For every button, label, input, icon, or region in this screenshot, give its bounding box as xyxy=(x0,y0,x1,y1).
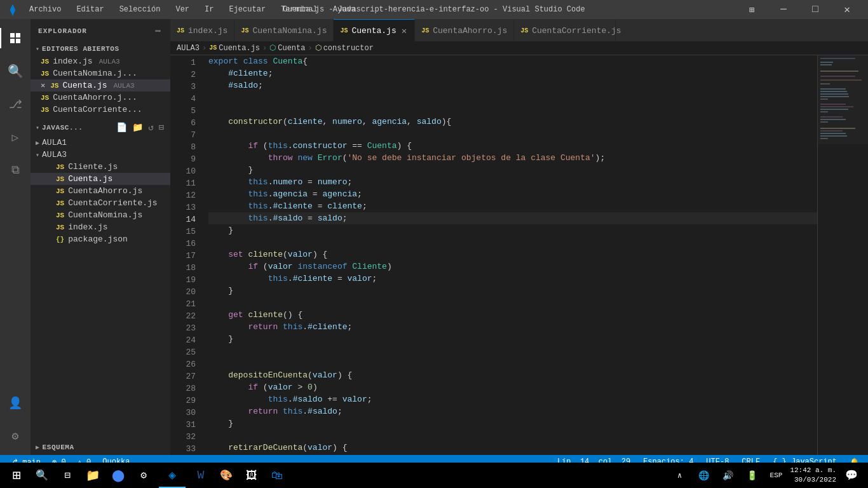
open-editor-cuenta-js[interactable]: ✕ JS Cuenta.js AULA3 xyxy=(31,79,170,92)
collapse-ws-button[interactable]: ⊟ xyxy=(158,121,165,134)
sidebar-file-index-js[interactable]: JS index.js xyxy=(31,221,170,233)
titlebar: ⧫ Archivo Editar Selección Ver Ir Ejecut… xyxy=(0,0,868,19)
js-file-icon: JS xyxy=(56,212,64,219)
code-line-14: this.#saldo = saldo; xyxy=(208,212,817,224)
tab-index-js[interactable]: JS index.js xyxy=(170,19,234,41)
word-taskbar[interactable]: W xyxy=(191,465,211,485)
breadcrumb-sep2: › xyxy=(262,44,267,53)
aula1-folder[interactable]: ▶ AULA1 xyxy=(31,137,170,149)
sidebar-file-cuentacorriente-js[interactable]: JS CuentaCorriente.js xyxy=(31,197,170,209)
code-line-32 xyxy=(208,430,817,442)
code-line-28: if (valor > 0) xyxy=(208,381,817,393)
new-folder-ws-button[interactable]: 📁 xyxy=(131,121,144,134)
file-explorer-taskbar[interactable]: 📁 xyxy=(83,465,103,485)
breadcrumb-sep: › xyxy=(202,44,207,53)
file-tag: AULA3 xyxy=(99,58,120,65)
new-file-button[interactable]: ⋯ xyxy=(154,24,163,37)
sidebar-file-package-json[interactable]: {} package.json xyxy=(31,233,170,245)
code-lines[interactable]: export class Cuenta{ #cliente; #saldo; c… xyxy=(202,55,817,455)
menu-ir[interactable]: Ir xyxy=(200,3,219,17)
code-line-21 xyxy=(208,297,817,309)
search-icon[interactable]: 🔍 xyxy=(0,56,31,86)
menu-seleccion[interactable]: Selección xyxy=(114,3,166,17)
start-button[interactable]: ⊞ xyxy=(6,465,27,485)
paint-taskbar[interactable]: 🎨 xyxy=(216,465,236,485)
code-line-27: depositoEnCuenta(valor) { xyxy=(208,369,817,381)
close-modified-icon[interactable]: ✕ xyxy=(41,81,45,90)
open-editor-cuentacorriente-js[interactable]: JS CuentaCorriente... xyxy=(31,104,170,116)
svg-rect-2 xyxy=(16,33,20,37)
maximize-button[interactable]: □ xyxy=(801,0,830,19)
search-taskbar-button[interactable]: 🔍 xyxy=(32,465,52,485)
code-line-11: this.numero = numero; xyxy=(208,176,817,188)
menu-ver[interactable]: Ver xyxy=(170,3,194,17)
open-editors-header[interactable]: ▾ EDITORES ABIERTOS xyxy=(31,43,170,55)
language-taskbar[interactable]: ESP xyxy=(768,471,785,479)
open-editor-cuentaahorro-js[interactable]: JS CuentaAhorro.j... xyxy=(31,92,170,104)
tab-js-icon: JS xyxy=(340,27,348,34)
line-num-30: 30 xyxy=(170,407,196,419)
tab-close-button[interactable]: ✕ xyxy=(400,24,408,37)
code-line-25 xyxy=(208,345,817,357)
breadcrumb-class[interactable]: ⬡ Cuenta xyxy=(269,43,305,53)
layout-toggle-button[interactable]: ⊞ xyxy=(737,0,766,19)
menu-ejecutar[interactable]: Ejecutar xyxy=(224,3,271,17)
file-name: CuentaNomina.j... xyxy=(53,69,137,78)
network-icon[interactable]: 🌐 xyxy=(694,465,714,485)
open-editor-index-js[interactable]: JS index.js AULA3 xyxy=(31,55,170,67)
workspace-header[interactable]: ▾ JAVASC... 📄 📁 ↺ ⊟ xyxy=(31,118,170,137)
code-line-18: if (valor instanceof Cliente) xyxy=(208,261,817,273)
sidebar-file-cuentanomina-js[interactable]: JS CuentaNomina.js xyxy=(31,209,170,221)
new-file-ws-button[interactable]: 📄 xyxy=(115,121,128,134)
settings-icon[interactable]: ⚙ xyxy=(0,421,31,451)
schema-header[interactable]: ▶ ESQUEMA xyxy=(36,442,165,452)
vscode-taskbar[interactable]: ◈ xyxy=(159,463,186,488)
photos-taskbar[interactable]: 🖼 xyxy=(241,465,262,485)
aula3-folder[interactable]: ▾ AULA3 xyxy=(31,149,170,161)
run-debug-icon[interactable]: ▷ xyxy=(0,122,31,152)
breadcrumb-file[interactable]: JS Cuenta.js xyxy=(209,44,260,53)
minimize-button[interactable]: ─ xyxy=(769,0,798,19)
schema-label: ESQUEMA xyxy=(43,444,74,451)
refresh-ws-button[interactable]: ↺ xyxy=(147,121,154,134)
extensions-icon[interactable]: ⧉ xyxy=(0,155,31,186)
menu-editar[interactable]: Editar xyxy=(71,3,109,17)
volume-icon[interactable]: 🔊 xyxy=(718,465,738,485)
folder-name: AULA1 xyxy=(42,138,67,147)
breadcrumb-method[interactable]: ⬡ constructor xyxy=(315,43,374,53)
file-name: Cuenta.js xyxy=(62,81,107,90)
tab-cuentacorriente-js[interactable]: JS CuentaCorriente.js xyxy=(514,19,616,41)
breadcrumb-aula3[interactable]: AULA3 xyxy=(177,44,200,53)
chrome-taskbar[interactable]: ⬤ xyxy=(108,465,128,485)
code-line-4 xyxy=(208,92,817,104)
tab-cuentanomina-js[interactable]: JS CuentaNomina.js xyxy=(234,19,334,41)
tab-cuentaahorro-js[interactable]: JS CuentaAhorro.js xyxy=(415,19,514,41)
tray-chevron[interactable]: ∧ xyxy=(670,465,690,485)
file-name: index.js xyxy=(53,57,92,66)
sidebar-file-cuentaahorro-js[interactable]: JS CuentaAhorro.js xyxy=(31,185,170,197)
open-editor-cuentanomina-js[interactable]: JS CuentaNomina.j... xyxy=(31,67,170,79)
store-taskbar[interactable]: 🛍 xyxy=(267,465,287,485)
folder-name: AULA3 xyxy=(42,150,67,159)
sidebar-file-cuenta-js[interactable]: JS Cuenta.js xyxy=(31,173,170,185)
battery-icon[interactable]: 🔋 xyxy=(742,465,763,485)
notifications-taskbar[interactable]: 💬 xyxy=(841,465,862,485)
menu-archivo[interactable]: Archivo xyxy=(24,3,66,17)
workspace-label: JAVASC... xyxy=(42,124,83,132)
time: 12:42 a. m. xyxy=(790,466,836,475)
source-control-icon[interactable]: ⎇ xyxy=(0,89,31,119)
code-editor[interactable]: 1 2 3 4 5 6 7 8 9 10 11 12 13 14 15 16 1… xyxy=(170,55,868,455)
settings-taskbar[interactable]: ⚙ xyxy=(133,465,154,485)
tab-cuenta-js[interactable]: JS Cuenta.js ✕ xyxy=(334,19,415,41)
explorer-icon[interactable] xyxy=(0,23,31,53)
close-button[interactable]: ✕ xyxy=(832,0,862,19)
sidebar-file-cliente-js[interactable]: JS Cliente.js xyxy=(31,161,170,173)
svg-rect-1 xyxy=(10,39,15,43)
file-name: CuentaAhorro.j... xyxy=(53,93,137,102)
task-view-button[interactable]: ⊟ xyxy=(57,465,78,485)
account-icon[interactable]: 👤 xyxy=(0,388,31,418)
vscode-logo: ⧫ xyxy=(6,3,19,16)
clock-display[interactable]: 12:42 a. m. 30/03/2022 xyxy=(790,466,836,485)
js-file-icon: JS xyxy=(56,187,64,195)
code-line-5 xyxy=(208,104,817,116)
